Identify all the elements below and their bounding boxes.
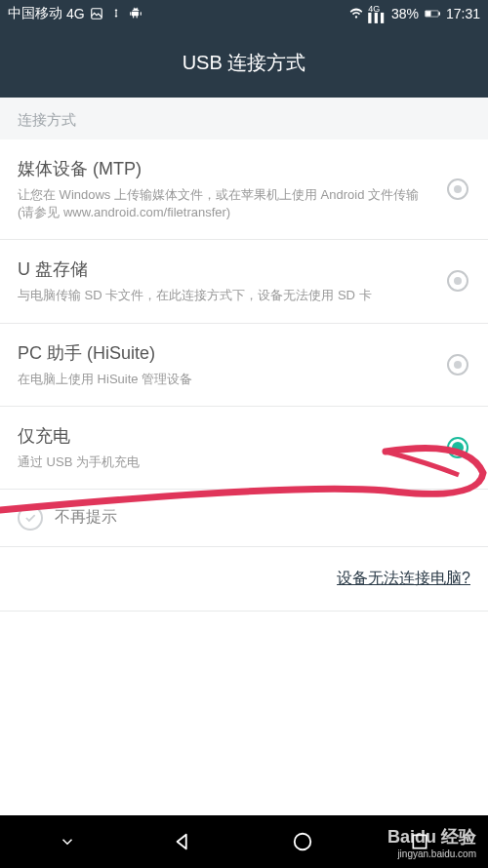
option-desc: 在电脑上使用 HiSuite 管理设备 <box>18 371 420 388</box>
usb-icon <box>108 6 124 21</box>
svg-rect-3 <box>426 12 430 17</box>
option-title: U 盘存储 <box>18 257 420 281</box>
help-link[interactable]: 设备无法连接电脑? <box>337 570 470 586</box>
dont-show-again-row[interactable]: 不再提示 <box>0 490 488 547</box>
wifi-icon <box>348 6 364 21</box>
radio-icon[interactable] <box>447 354 468 375</box>
option-title: 媒体设备 (MTP) <box>18 157 420 180</box>
option-mtp[interactable]: 媒体设备 (MTP) 让您在 Windows 上传输媒体文件，或在苹果机上使用 … <box>0 139 488 240</box>
nav-bar: Baidu 经验 jingyan.baidu.com <box>0 815 488 868</box>
battery-icon <box>425 6 440 21</box>
nav-home-icon[interactable] <box>292 831 313 852</box>
radio-icon[interactable] <box>447 178 468 200</box>
radio-icon[interactable] <box>447 437 468 458</box>
watermark-brand: Baidu 经验 <box>387 827 476 848</box>
photo-icon <box>89 6 104 21</box>
nav-back-icon[interactable] <box>173 831 194 852</box>
battery-pct: 38% <box>391 6 419 21</box>
help-row: 设备无法连接电脑? <box>0 547 488 612</box>
nav-collapse-icon[interactable] <box>59 833 76 850</box>
carrier-label: 中国移动 <box>8 5 62 22</box>
watermark: Baidu 经验 jingyan.baidu.com <box>387 827 476 860</box>
option-hisuite[interactable]: PC 助手 (HiSuite) 在电脑上使用 HiSuite 管理设备 <box>0 324 488 407</box>
status-bar: 中国移动 4G 4G▌▌▌ 38% 17:31 <box>0 0 488 27</box>
signal-icon: 4G▌▌▌ <box>370 6 386 21</box>
option-usb-storage[interactable]: U 盘存储 与电脑传输 SD 卡文件，在此连接方式下，设备无法使用 SD 卡 <box>0 240 488 323</box>
option-title: 仅充电 <box>18 424 420 448</box>
option-desc: 让您在 Windows 上传输媒体文件，或在苹果机上使用 Android 文件传… <box>18 186 420 221</box>
page-header: USB 连接方式 <box>0 27 488 98</box>
clock: 17:31 <box>446 6 480 21</box>
option-desc: 通过 USB 为手机充电 <box>18 454 420 471</box>
option-desc: 与电脑传输 SD 卡文件，在此连接方式下，设备无法使用 SD 卡 <box>18 287 420 304</box>
radio-icon[interactable] <box>447 270 468 292</box>
network-label: 4G <box>66 6 85 21</box>
watermark-url: jingyan.baidu.com <box>387 848 476 860</box>
page-title: USB 连接方式 <box>183 50 306 76</box>
option-title: PC 助手 (HiSuite) <box>18 341 420 365</box>
section-label: 连接方式 <box>0 98 488 139</box>
option-charge-only[interactable]: 仅充电 通过 USB 为手机充电 <box>0 407 488 490</box>
svg-point-4 <box>295 834 311 850</box>
checkbox-icon[interactable] <box>18 505 43 531</box>
svg-rect-2 <box>439 13 440 15</box>
android-icon <box>128 6 143 21</box>
dont-show-again-label: 不再提示 <box>55 507 117 528</box>
